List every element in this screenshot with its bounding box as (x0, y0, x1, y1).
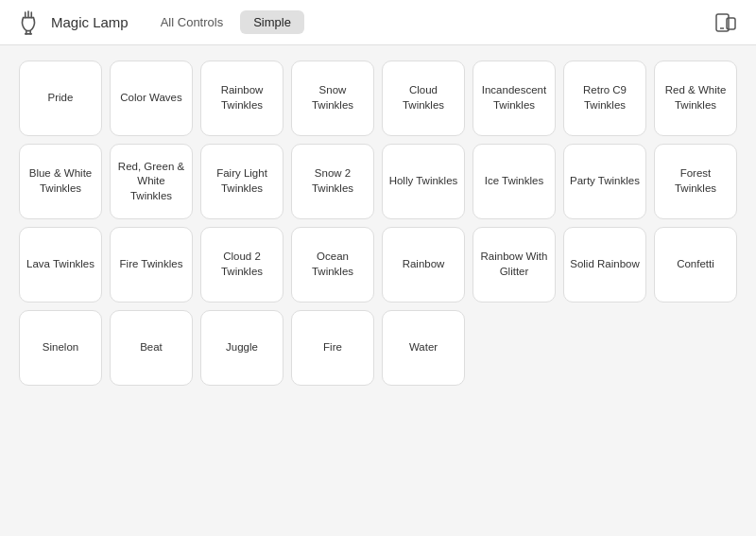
effect-card-fire-twinkles[interactable]: Fire Twinkles (110, 227, 193, 303)
effect-card-juggle[interactable]: Juggle (200, 310, 284, 386)
effect-card-ocean-twinkles[interactable]: Ocean Twinkles (291, 227, 374, 303)
effect-card-beat[interactable]: Beat (110, 310, 193, 386)
effect-card-rainbow-with-glitter[interactable]: Rainbow With Glitter (472, 227, 556, 303)
app-logo (15, 9, 42, 36)
effect-card-cloud2-twinkles[interactable]: Cloud 2 Twinkles (200, 227, 284, 303)
effect-card-pride[interactable]: Pride (19, 61, 102, 136)
effect-card-sinelon[interactable]: Sinelon (19, 310, 102, 386)
effect-card-red-white-twinkles[interactable]: Red & White Twinkles (654, 61, 737, 136)
effects-grid: PrideColor WavesRainbow TwinklesSnow Twi… (19, 61, 737, 386)
effect-card-retro-c9-twinkles[interactable]: Retro C9 Twinkles (563, 61, 646, 136)
header-tabs: All Controls Simple (147, 10, 304, 34)
effect-card-holly-twinkles[interactable]: Holly Twinkles (382, 144, 465, 219)
app-title: Magic Lamp (51, 14, 129, 30)
main-content: PrideColor WavesRainbow TwinklesSnow Twi… (0, 45, 756, 401)
effect-card-rainbow[interactable]: Rainbow (382, 227, 465, 303)
effect-card-snow-twinkles[interactable]: Snow Twinkles (291, 61, 374, 136)
effect-card-ice-twinkles[interactable]: Ice Twinkles (472, 144, 556, 219)
effect-card-red-green-white-twinkles[interactable]: Red, Green & White Twinkles (110, 144, 193, 219)
effect-card-rainbow-twinkles[interactable]: Rainbow Twinkles (200, 61, 284, 136)
effect-card-incandescent-twinkles[interactable]: Incandescent Twinkles (472, 61, 556, 136)
effect-card-solid-rainbow[interactable]: Solid Rainbow (563, 227, 646, 303)
effect-card-forest-twinkles[interactable]: Forest Twinkles (654, 144, 737, 219)
effect-card-fire[interactable]: Fire (291, 310, 374, 386)
effect-card-lava-twinkles[interactable]: Lava Twinkles (19, 227, 102, 303)
effect-card-snow2-twinkles[interactable]: Snow 2 Twinkles (291, 144, 374, 219)
effect-card-color-waves[interactable]: Color Waves (110, 61, 193, 136)
tab-simple[interactable]: Simple (240, 10, 304, 34)
device-icon[interactable] (711, 8, 741, 38)
header: Magic Lamp All Controls Simple (0, 0, 756, 45)
effect-card-fairy-light-twinkles[interactable]: Fairy Light Twinkles (200, 144, 284, 219)
effect-card-party-twinkles[interactable]: Party Twinkles (563, 144, 646, 219)
tab-all-controls[interactable]: All Controls (147, 10, 236, 34)
effect-card-blue-white-twinkles[interactable]: Blue & White Twinkles (19, 144, 102, 219)
effect-card-confetti[interactable]: Confetti (654, 227, 737, 303)
effect-card-cloud-twinkles[interactable]: Cloud Twinkles (382, 61, 465, 136)
effect-card-water[interactable]: Water (382, 310, 465, 386)
